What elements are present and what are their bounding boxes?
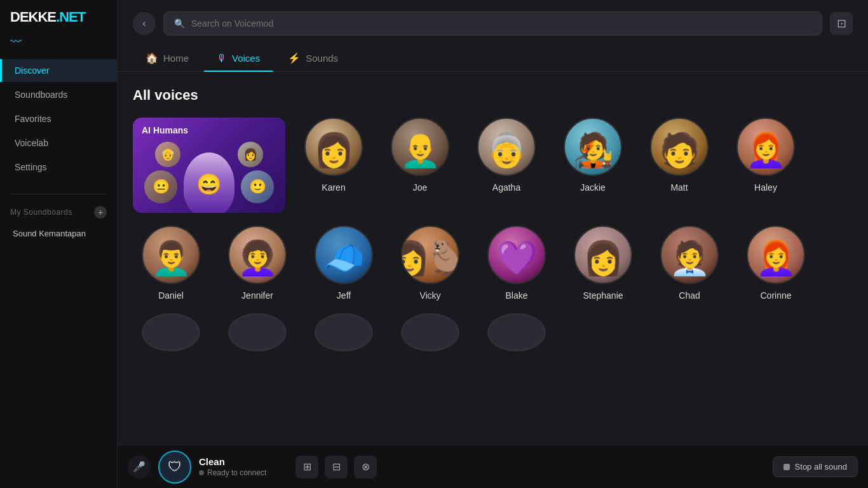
connection-status-text: Ready to connect xyxy=(207,468,266,477)
voice-name-stephanie: Stephanie xyxy=(583,290,623,301)
voice-avatar-corinne: 👩‍🦰 xyxy=(747,226,805,284)
my-soundboards-label: My Soundboards xyxy=(10,208,72,217)
voices-row-3-partial xyxy=(133,313,853,351)
voice-name-karen: Karen xyxy=(322,182,345,193)
voice-item-partial-1[interactable] xyxy=(133,313,209,351)
ear-icon: ⊗ xyxy=(362,461,370,473)
wave-icon: 〰 xyxy=(0,32,117,59)
favorites-label: Favorites xyxy=(15,114,51,124)
voice-name-jennifer: Jennifer xyxy=(241,290,273,301)
voice-avatar-vicky: 👩‍🦫 xyxy=(401,226,459,284)
logo-dekke: DEKKE xyxy=(10,9,56,25)
hear-button[interactable]: ⊗ xyxy=(354,456,377,478)
voice-avatar-stephanie: 👩 xyxy=(574,226,632,284)
back-icon: ‹ xyxy=(142,18,146,29)
profile-icon: ⊡ xyxy=(837,17,846,30)
voice-item-jeff[interactable]: 🧢 Jeff xyxy=(306,226,382,301)
app-logo: DEKKE.NET xyxy=(0,0,117,32)
voice-item-partial-2[interactable] xyxy=(219,313,295,351)
sidebar-navigation: Discover Soundboards Favorites Voicelab … xyxy=(0,59,117,189)
ai-humans-card[interactable]: AI Humans 😄 😐 🙂 👴 👩 xyxy=(133,118,285,213)
sidebar-item-voicelab[interactable]: Voicelab xyxy=(0,132,117,154)
voice-avatar-partial-2 xyxy=(228,313,287,351)
voice-item-vicky[interactable]: 👩‍🦫 Vicky xyxy=(392,226,468,301)
microphone-indicator: 🎤 xyxy=(128,456,151,478)
tab-voices[interactable]: 🎙 Voices xyxy=(204,46,273,72)
tab-sounds-label: Sounds xyxy=(306,53,338,64)
sidebar-item-discover[interactable]: Discover xyxy=(0,59,117,82)
voice-avatar-jeff: 🧢 xyxy=(315,226,373,284)
voice-name-vicky: Vicky xyxy=(419,290,440,301)
search-input[interactable] xyxy=(191,18,811,29)
profile-button[interactable]: ⊡ xyxy=(830,12,853,35)
voice-avatar-joe: 👨‍🦲 xyxy=(391,118,449,176)
back-button[interactable]: ‹ xyxy=(133,12,156,35)
sidebar: DEKKE.NET 〰 Discover Soundboards Favorit… xyxy=(0,0,118,488)
voice-avatar-partial-1 xyxy=(142,313,200,351)
voice-item-matt[interactable]: 🧑 Matt xyxy=(641,118,717,193)
voice-item-partial-5[interactable] xyxy=(478,313,555,351)
soundboard-item-kemantapan[interactable]: Sound Kemantapan xyxy=(0,224,117,243)
tab-sounds[interactable]: ⚡ Sounds xyxy=(275,46,351,72)
voices-content: All voices AI Humans 😄 😐 🙂 👴 👩 xyxy=(118,72,868,445)
tab-home-label: Home xyxy=(163,53,189,64)
voice-avatar-jackie: 🧑‍🎤 xyxy=(564,118,622,176)
voice-item-agatha[interactable]: 👵 Agatha xyxy=(468,118,545,193)
tab-voices-label: Voices xyxy=(232,53,260,64)
voice-item-karen[interactable]: 👩 Karen xyxy=(295,118,372,193)
voice-item-corinne[interactable]: 👩‍🦰 Corinne xyxy=(738,226,814,301)
voice-item-daniel[interactable]: 👨‍🦱 Daniel xyxy=(133,226,209,301)
voice-name-haley: Haley xyxy=(754,182,777,193)
main-content: ‹ 🔍 ⊡ 🏠 Home 🎙 Voices ⚡ Sounds All voice… xyxy=(118,0,868,488)
logo-net: NET xyxy=(59,9,85,25)
voicelab-label: Voicelab xyxy=(15,138,48,148)
voice-avatar-agatha: 👵 xyxy=(477,118,536,176)
voice-item-jackie[interactable]: 🧑‍🎤 Jackie xyxy=(555,118,631,193)
soundboards-label: Soundboards xyxy=(15,90,67,100)
voice-item-jennifer[interactable]: 👩‍🦱 Jennifer xyxy=(219,226,295,301)
stop-icon xyxy=(783,464,790,470)
voice-title: Clean xyxy=(199,456,288,467)
voice-item-haley[interactable]: 👩‍🦰 Haley xyxy=(728,118,804,193)
voice-name-jeff: Jeff xyxy=(337,290,351,301)
stop-all-sound-button[interactable]: Stop all sound xyxy=(773,456,858,477)
voice-toggle-button[interactable]: 🛡 xyxy=(158,451,191,484)
discover-label: Discover xyxy=(15,65,49,76)
sidebar-item-settings[interactable]: Settings xyxy=(0,156,117,179)
ai-card-label: AI Humans xyxy=(142,125,188,135)
voice-name-area: Clean Ready to connect xyxy=(199,456,288,477)
my-soundboards-header: My Soundboards + xyxy=(0,200,117,224)
voice-avatar-karen: 👩 xyxy=(304,118,363,176)
bottom-bar: 🎤 🛡 Clean Ready to connect ⊞ ⊟ ⊗ xyxy=(118,445,868,488)
voice-shield-icon: 🛡 xyxy=(168,459,182,475)
section-title: All voices xyxy=(133,87,853,104)
stop-all-label: Stop all sound xyxy=(795,462,847,471)
sidebar-item-favorites[interactable]: Favorites xyxy=(0,107,117,130)
add-soundboard-button[interactable]: + xyxy=(94,206,107,219)
voice-item-blake[interactable]: 💜 Blake xyxy=(478,226,555,301)
voice-item-joe[interactable]: 👨‍🦲 Joe xyxy=(382,118,458,193)
voices-row-1: AI Humans 😄 😐 🙂 👴 👩 xyxy=(133,118,853,213)
voice-name-jackie: Jackie xyxy=(580,182,606,193)
sidebar-divider xyxy=(10,194,107,194)
voice-name-blake: Blake xyxy=(505,290,527,301)
tab-home[interactable]: 🏠 Home xyxy=(133,46,201,72)
voice-name-matt: Matt xyxy=(670,182,688,193)
voice-name-agatha: Agatha xyxy=(492,182,520,193)
search-bar: 🔍 xyxy=(163,11,822,36)
voice-item-chad[interactable]: 🧑‍💼 Chad xyxy=(651,226,728,301)
voice-item-partial-3[interactable] xyxy=(306,313,382,351)
search-icon: 🔍 xyxy=(174,18,185,29)
mute-button[interactable]: ⊟ xyxy=(325,456,348,478)
mixer-icon: ⊞ xyxy=(303,461,311,473)
voice-name-daniel: Daniel xyxy=(158,290,184,301)
home-icon: 🏠 xyxy=(146,52,158,64)
mixer-button[interactable]: ⊞ xyxy=(295,456,318,478)
voice-avatar-partial-4 xyxy=(401,313,459,351)
voice-item-partial-4[interactable] xyxy=(392,313,468,351)
voice-item-stephanie[interactable]: 👩 Stephanie xyxy=(565,226,641,301)
sidebar-item-soundboards[interactable]: Soundboards xyxy=(0,83,117,106)
voice-name-corinne: Corinne xyxy=(760,290,791,301)
voice-avatar-jennifer: 👩‍🦱 xyxy=(228,226,287,284)
tabs-bar: 🏠 Home 🎙 Voices ⚡ Sounds xyxy=(118,36,868,72)
